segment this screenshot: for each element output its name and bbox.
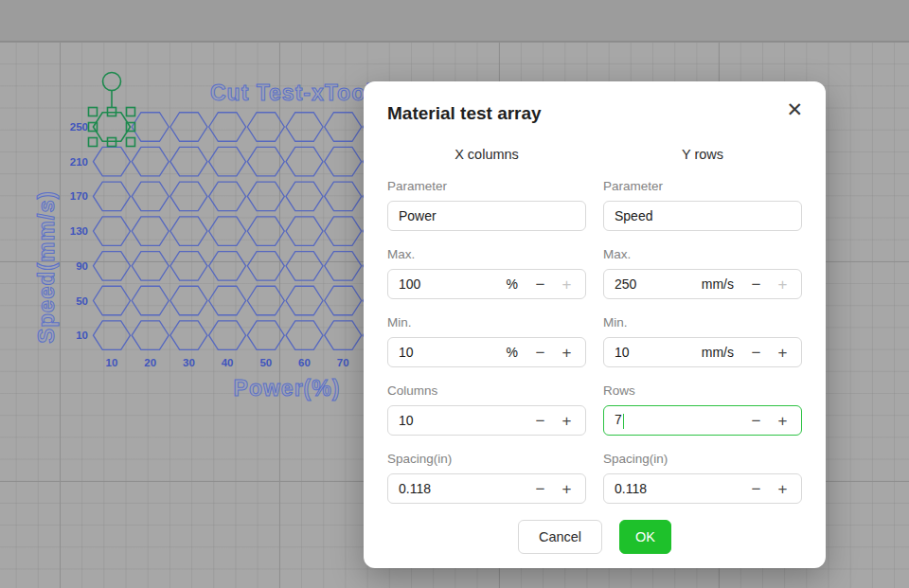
hexagon-shape[interactable] <box>286 321 323 350</box>
hexagon-shape[interactable] <box>209 113 246 142</box>
y-axis-label: Speed(mm/s) <box>33 190 59 344</box>
hexagon-shape[interactable] <box>132 147 169 176</box>
max-label-x: Max. <box>387 247 586 262</box>
hexagon-shape[interactable] <box>132 252 169 281</box>
columns-input[interactable]: 10 − + <box>387 405 586 436</box>
columns-label: Columns <box>387 383 586 399</box>
hexagon-shape[interactable] <box>286 113 323 142</box>
min-input-x[interactable]: 10 % − + <box>387 337 586 367</box>
hexagon-shape[interactable] <box>325 113 362 142</box>
cancel-button[interactable]: Cancel <box>518 520 602 554</box>
hexagon-shape[interactable] <box>247 113 284 142</box>
selected-hexagon-group[interactable] <box>89 73 135 147</box>
increment-icon[interactable]: + <box>559 345 575 361</box>
increment-icon[interactable]: + <box>775 276 791 293</box>
selection-handle-nw[interactable] <box>89 108 98 116</box>
hexagon-shape[interactable] <box>132 113 169 142</box>
min-label-y: Min. <box>603 315 802 330</box>
rotation-handle[interactable] <box>103 73 121 91</box>
y-tick-label: 210 <box>70 156 88 168</box>
hexagon-shape[interactable] <box>247 286 284 315</box>
hexagon-shape[interactable] <box>247 147 284 176</box>
hexagon-shape[interactable] <box>94 182 131 211</box>
hexagon-shape[interactable] <box>286 217 323 246</box>
decrement-icon[interactable]: − <box>748 276 764 293</box>
rows-input[interactable]: 7 − + <box>603 405 802 436</box>
decrement-icon[interactable]: − <box>532 481 548 497</box>
decrement-icon[interactable]: − <box>748 345 764 361</box>
material-test-array-dialog: Material test array ✕ X columns Y rows P… <box>364 81 826 568</box>
hexagon-shape[interactable] <box>94 147 131 176</box>
hexagon-shape[interactable] <box>286 147 323 176</box>
hexagon-shape[interactable] <box>132 182 169 211</box>
x-tick-label: 30 <box>183 357 195 368</box>
parameter-input-y[interactable]: Speed <box>603 201 802 231</box>
y-tick-label: 130 <box>70 225 88 237</box>
rows-label: Rows <box>603 383 802 399</box>
hexagon-shape[interactable] <box>325 182 362 211</box>
hexagon-shape[interactable] <box>94 286 131 315</box>
hexagon-shape[interactable] <box>170 321 207 350</box>
hexagon-shape[interactable] <box>247 321 284 350</box>
hexagon-shape[interactable] <box>209 182 246 211</box>
hexagon-shape[interactable] <box>209 252 246 281</box>
hexagon-shape[interactable] <box>132 286 169 315</box>
increment-icon[interactable]: + <box>559 481 575 497</box>
hexagon-shape[interactable] <box>209 147 246 176</box>
text-cursor <box>623 414 625 429</box>
hexagon-shape[interactable] <box>132 217 169 246</box>
max-input-y[interactable]: 250 mm/s − + <box>603 269 802 299</box>
increment-icon[interactable]: + <box>775 345 791 361</box>
x-tick-label: 40 <box>222 357 234 368</box>
hexagon-shape[interactable] <box>286 182 323 211</box>
y-tick-label: 170 <box>70 190 88 202</box>
hexagon-shape[interactable] <box>94 252 131 281</box>
hexagon-shape[interactable] <box>170 217 207 246</box>
selected-hexagon-shape[interactable] <box>94 113 131 142</box>
hexagon-shape[interactable] <box>325 321 362 350</box>
selection-handle-se[interactable] <box>127 138 135 147</box>
parameter-input-x[interactable]: Power <box>387 201 586 231</box>
max-label-y: Max. <box>603 247 802 262</box>
decrement-icon[interactable]: − <box>748 413 764 429</box>
spacing-input-x[interactable]: 0.118 − + <box>387 473 586 504</box>
decrement-icon[interactable]: − <box>532 413 548 429</box>
hexagon-shape[interactable] <box>325 252 362 281</box>
decrement-icon[interactable]: − <box>532 345 548 361</box>
hexagon-shape[interactable] <box>170 182 207 211</box>
hexagon-shape[interactable] <box>247 217 284 246</box>
increment-icon[interactable]: + <box>559 276 575 293</box>
selection-handle-ne[interactable] <box>127 108 135 116</box>
decrement-icon[interactable]: − <box>748 481 764 497</box>
hexagon-shape[interactable] <box>325 286 362 315</box>
x-tick-label: 20 <box>144 357 156 368</box>
decrement-icon[interactable]: − <box>532 276 548 293</box>
ok-button[interactable]: OK <box>619 520 671 554</box>
hexagon-shape[interactable] <box>247 252 284 281</box>
hexagon-shape[interactable] <box>209 217 246 246</box>
min-label-x: Min. <box>387 315 586 330</box>
hexagon-shape[interactable] <box>325 217 362 246</box>
close-icon[interactable]: ✕ <box>786 99 803 120</box>
spacing-label-x: Spacing(in) <box>387 452 586 467</box>
increment-icon[interactable]: + <box>559 413 575 429</box>
increment-icon[interactable]: + <box>775 481 791 497</box>
hexagon-shape[interactable] <box>94 321 131 350</box>
hexagon-shape[interactable] <box>170 147 207 176</box>
hexagon-shape[interactable] <box>286 286 323 315</box>
hexagon-shape[interactable] <box>94 217 131 246</box>
selection-handle-sw[interactable] <box>89 138 98 147</box>
spacing-input-y[interactable]: 0.118 − + <box>603 473 802 504</box>
hexagon-shape[interactable] <box>325 147 362 176</box>
hexagon-shape[interactable] <box>209 286 246 315</box>
hexagon-shape[interactable] <box>247 182 284 211</box>
min-input-y[interactable]: 10 mm/s − + <box>603 337 802 367</box>
hexagon-shape[interactable] <box>132 321 169 350</box>
hexagon-shape[interactable] <box>170 113 207 142</box>
max-input-x[interactable]: 100 % − + <box>387 269 586 299</box>
increment-icon[interactable]: + <box>775 413 791 429</box>
hexagon-shape[interactable] <box>170 252 207 281</box>
hexagon-shape[interactable] <box>209 321 246 350</box>
hexagon-shape[interactable] <box>286 252 323 281</box>
hexagon-shape[interactable] <box>170 286 207 315</box>
